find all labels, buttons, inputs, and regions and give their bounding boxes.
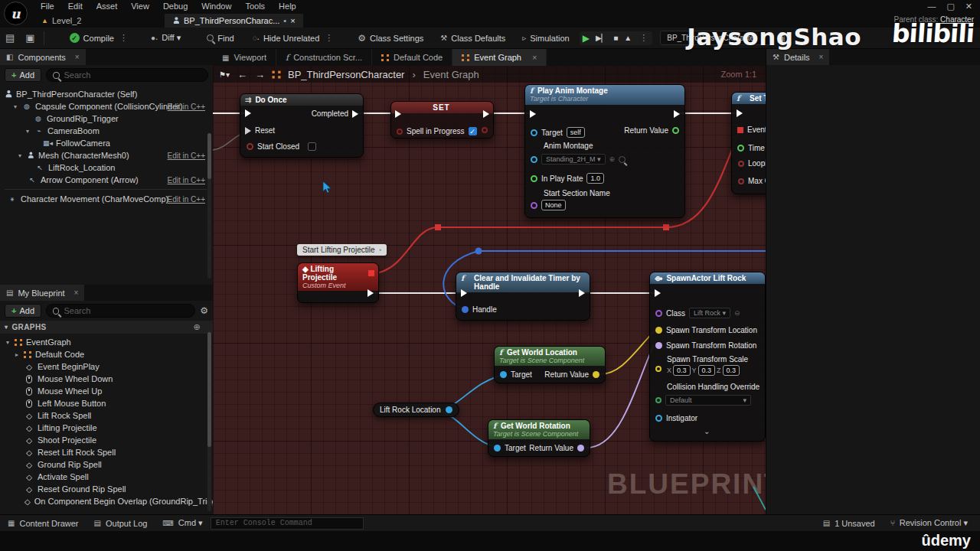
node-expand-button[interactable]: ⌄ (704, 427, 710, 435)
cmd-dropdown[interactable]: ⌨Cmd ▾ (155, 515, 210, 532)
start-section-pin[interactable] (531, 202, 537, 209)
scale-y-box[interactable]: 0.3 (698, 365, 716, 376)
anim-montage-pin[interactable] (531, 156, 537, 163)
compile-button[interactable]: ✓ Compile ⋮ (64, 30, 135, 46)
my-blueprint-search[interactable] (46, 304, 195, 318)
menu-view[interactable]: View (124, 0, 156, 14)
delegate-out-pin[interactable] (368, 270, 374, 276)
event-delegate-pin[interactable] (737, 127, 743, 133)
hide-unrelated-options-icon[interactable]: ⋮ (323, 33, 335, 43)
graph-item-activatespell[interactable]: ◇Activate Spell (5, 471, 213, 483)
start-closed-checkbox[interactable] (308, 142, 316, 151)
menu-help[interactable]: Help (272, 0, 303, 14)
graph-item-resetgroundrip[interactable]: ◇Reset Ground Rip Spell (5, 483, 213, 495)
component-row-liftrock[interactable]: ↖LiftRock_Location (5, 161, 213, 174)
exec-in-pin-reset[interactable] (245, 127, 251, 135)
tab-components[interactable]: ◧ Components × (0, 49, 86, 65)
caret-down-icon[interactable]: ▾ (24, 128, 31, 135)
edit-in-cpp-link[interactable]: Edit in C++ (168, 152, 205, 160)
my-blueprint-scrollbar[interactable] (207, 331, 211, 511)
menu-edit[interactable]: Edit (61, 0, 90, 14)
edit-in-cpp-link[interactable]: Edit in C++ (168, 103, 205, 111)
node-get-world-location[interactable]: f Get World Location Target is Scene Com… (494, 346, 606, 383)
tab-details[interactable]: ⚒ Details × (766, 49, 829, 65)
blueprint-settings-gear-icon[interactable]: ⚙ (200, 305, 208, 316)
anim-montage-dropdown[interactable]: Standing_2H_M ▾ (541, 154, 606, 165)
exec-in-pin[interactable] (530, 110, 536, 118)
max-pin[interactable] (738, 178, 744, 184)
edit-in-cpp-link[interactable]: Edit in C++ (168, 176, 205, 184)
node-spawnactor-lift-rock[interactable]: ⟴SpawnActor Lift Rock ClassLift Rock ▾⊖ … (649, 272, 766, 442)
close-button[interactable]: ✕ (965, 2, 972, 11)
component-row-arrow[interactable]: ↖Arrow Component (Arrow)Edit in C++ (5, 174, 213, 186)
node-comment-bubble[interactable]: Start Lifting Projectile ▪ (297, 244, 387, 256)
maximize-button[interactable]: ▢ (946, 2, 954, 11)
node-play-anim-montage[interactable]: f Play Anim Montage Target is Character … (524, 84, 685, 218)
handle-pin[interactable] (462, 306, 469, 313)
graph-item-resetliftrock[interactable]: ◇Reset Lift Rock Spell (5, 446, 213, 458)
node-lifting-projectile-event[interactable]: ◈ Lifting Projectile Custom Event (297, 262, 379, 303)
graph-item-liftrockspell[interactable]: ◇Lift Rock Spell (5, 409, 213, 422)
simulation-button[interactable]: ▹ Simulation (517, 31, 574, 46)
eject-button[interactable]: ▲ (624, 34, 632, 42)
unsaved-indicator[interactable]: ▤1 Unsaved (815, 515, 883, 532)
minimize-button[interactable]: — (927, 2, 936, 11)
caret-down-icon[interactable]: ▾ (12, 103, 18, 110)
caret-right-icon[interactable]: ▸ (14, 351, 20, 358)
class-settings-button[interactable]: ⚙ Class Settings (352, 30, 429, 47)
menu-file[interactable]: File (34, 0, 61, 14)
graph-item-begin-overlap[interactable]: ◇On Component Begin Overlap (GroundRip_T… (5, 495, 213, 507)
node-clear-invalidate-timer[interactable]: f Clear and Invalidate Timer by Handle H… (456, 272, 590, 321)
graph-item-eventgraph[interactable]: ▾EventGraph (5, 336, 213, 348)
component-row-cameraboom[interactable]: ▾⌁CameraBoom (5, 125, 213, 137)
spawn-scale-pin[interactable] (655, 366, 662, 372)
graph-item-beginplay[interactable]: ◇Event BeginPlay (5, 360, 213, 373)
node-get-world-rotation[interactable]: f Get World Rotation Target is Scene Com… (488, 419, 590, 457)
node-set-spell-in-progress[interactable]: SET Spell in Progress✓ (390, 101, 494, 139)
class-dropdown[interactable]: Lift Rock ▾ (689, 308, 730, 318)
graph-item-defaultcode[interactable]: ▸Default Code (5, 348, 213, 360)
compile-options-icon[interactable]: ⋮ (118, 33, 129, 43)
graph-item-mousewheelup[interactable]: Mouse Wheel Up (5, 385, 213, 397)
return-value-pin[interactable] (672, 127, 679, 134)
exec-in-pin[interactable] (395, 110, 401, 118)
find-button[interactable]: Find (201, 31, 239, 46)
target-pin[interactable] (500, 371, 507, 378)
bool-pin-in[interactable] (397, 129, 403, 135)
tab-blueprint[interactable]: BP_ThirdPersonCharac... • × (165, 14, 303, 28)
browse-asset-button[interactable]: ▣ (20, 29, 40, 47)
components-search[interactable] (46, 68, 208, 82)
target-pin[interactable] (531, 129, 537, 136)
component-row-followcamera[interactable]: ▦◂FollowCamera (5, 137, 213, 149)
return-value-pin[interactable] (577, 445, 584, 452)
edit-in-cpp-link[interactable]: Edit in C++ (168, 195, 205, 204)
exec-out-pin[interactable] (579, 289, 585, 297)
menu-asset[interactable]: Asset (90, 0, 125, 14)
play-options-icon[interactable]: ⋮ (638, 33, 649, 43)
exec-out-pin[interactable] (674, 110, 680, 118)
content-drawer-button[interactable]: ▦Content Drawer (0, 515, 87, 532)
hide-unrelated-button[interactable]: ◌˖ Hide Unrelated ⋮ (247, 30, 341, 46)
bool-pin-out[interactable] (482, 127, 488, 133)
component-row-mesh[interactable]: ▾Mesh (CharacterMesh0)Edit in C++ (5, 149, 213, 161)
graphs-section-header[interactable]: ▾GRAPHS⊕ (0, 321, 213, 334)
graph-item-leftmouse[interactable]: Left Mouse Button (5, 397, 213, 409)
tab-level2[interactable]: ▲ Level_2 (34, 14, 89, 28)
my-blueprint-search-input[interactable] (64, 306, 188, 315)
breadcrumb-root[interactable]: BP_ThirdPersonCharacter (288, 69, 404, 80)
looping-pin[interactable] (738, 161, 744, 167)
menu-debug[interactable]: Debug (156, 0, 194, 14)
exec-in-pin[interactable] (655, 289, 661, 297)
exec-out-pin[interactable] (368, 289, 374, 297)
caret-down-icon[interactable]: ▾ (17, 152, 23, 159)
my-blueprint-close-icon[interactable]: × (74, 289, 79, 297)
return-value-pin[interactable] (593, 371, 599, 378)
tab-construction-script[interactable]: fConstruction Scr... (276, 49, 372, 66)
exec-in-pin[interactable] (737, 109, 743, 117)
spawn-rotation-pin[interactable] (655, 342, 662, 349)
node-lift-rock-location-variable[interactable]: Lift Rock Location (373, 403, 459, 417)
exec-out-pin-completed[interactable] (352, 110, 358, 118)
frame-skip-button[interactable]: ▶▏ (596, 34, 607, 42)
components-search-input[interactable] (64, 70, 202, 80)
graph-item-mousewheeldown[interactable]: Mouse Wheel Down (5, 373, 213, 385)
